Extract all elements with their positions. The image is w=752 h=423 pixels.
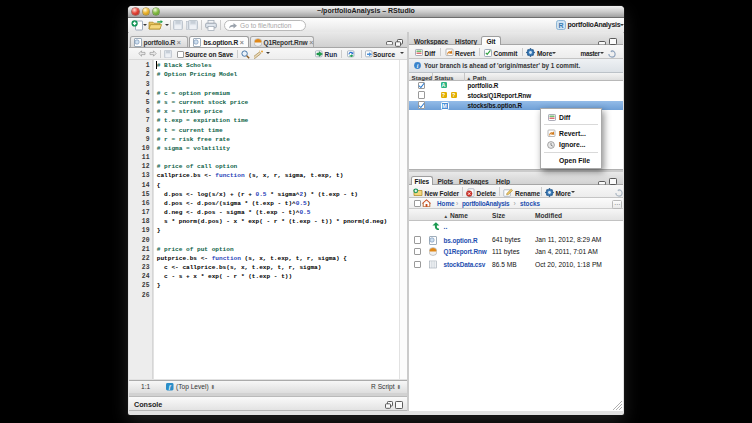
svg-text:R: R xyxy=(558,22,563,29)
